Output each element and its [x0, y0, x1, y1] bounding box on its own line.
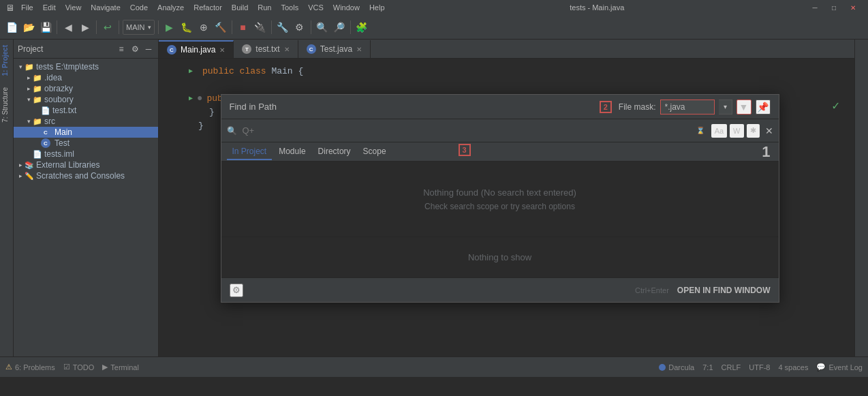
- menu-refactor[interactable]: Refactor: [189, 3, 226, 12]
- tree-expand-arrow: ▾: [25, 118, 33, 125]
- stop-button[interactable]: ■: [236, 20, 251, 35]
- problems-label: 6: Problems: [15, 363, 55, 371]
- right-panel: [854, 40, 868, 356]
- separator: [158, 20, 159, 34]
- terminal-status[interactable]: ▶ Terminal: [102, 363, 139, 371]
- menu-build[interactable]: Build: [228, 3, 252, 12]
- window-controls[interactable]: ─ □ ✕: [805, 0, 863, 15]
- tab-directory[interactable]: Directory: [313, 144, 356, 160]
- file-mask-dropdown-button[interactable]: ▾: [719, 100, 732, 115]
- menu-tools[interactable]: Tools: [277, 3, 303, 12]
- run-config-combo[interactable]: MAIN ▾: [123, 20, 155, 35]
- save-button[interactable]: 💾: [38, 20, 53, 35]
- tree-item-main[interactable]: C Main: [14, 127, 158, 138]
- dialog-tabs: In Project Module Directory Scope 3 1: [221, 142, 779, 162]
- tree-item-iml[interactable]: 📄 tests.iml: [14, 149, 158, 159]
- menu-window[interactable]: Window: [329, 3, 364, 12]
- tree-item-ext-libs[interactable]: ▸ 📚 External Libraries: [14, 159, 158, 170]
- sidebar-title: Project: [18, 44, 113, 54]
- tab-scope[interactable]: Scope: [358, 144, 392, 160]
- undo-button[interactable]: ↩: [100, 20, 115, 35]
- tree-expand-arrow: ▾: [25, 96, 33, 103]
- tree-item-tests[interactable]: ▾ 📁 tests E:\tmp\tests: [14, 61, 158, 72]
- tree-item-src[interactable]: ▾ 📁 src: [14, 116, 158, 127]
- iml-file-icon: 📄: [33, 149, 42, 159]
- plugins-button[interactable]: 🧩: [354, 20, 369, 35]
- tree-item-label: test.txt: [52, 106, 76, 115]
- problems-status[interactable]: ⚠ 6: Problems: [5, 363, 55, 371]
- menu-navigate[interactable]: Navigate: [87, 3, 124, 12]
- number-badge-1: 1: [762, 143, 770, 161]
- tree-item-idea[interactable]: ▸ 📁 .idea: [14, 72, 158, 83]
- back-button[interactable]: ◀: [61, 20, 76, 35]
- file-mask-input[interactable]: [660, 100, 715, 115]
- forward-button[interactable]: ▶: [78, 20, 93, 35]
- todo-icon: ☑: [63, 363, 70, 371]
- sidebar-collapse-icon[interactable]: ≡: [116, 44, 127, 55]
- project-icon: 📁: [25, 62, 34, 72]
- search-everywhere-button[interactable]: 🔍: [315, 20, 330, 35]
- menu-vcs[interactable]: VCS: [304, 3, 328, 12]
- txt-file-icon: 📄: [41, 106, 50, 115]
- warning-icon: ⚠: [5, 363, 12, 371]
- dialog-footer: ⚙ Ctrl+Enter OPEN IN FIND WINDOW: [221, 277, 779, 302]
- close-search-icon[interactable]: ✕: [765, 125, 773, 136]
- attach-debugger-button[interactable]: 🔌: [253, 20, 268, 35]
- sidebar-header: Project ≡ ⚙ ─: [14, 40, 158, 59]
- sidebar-gear-icon[interactable]: ⚙: [129, 44, 140, 55]
- open-button[interactable]: 📂: [21, 20, 36, 35]
- new-file-button[interactable]: 📄: [4, 20, 19, 35]
- menu-view[interactable]: View: [61, 3, 86, 12]
- app-icon: 🖥: [5, 3, 14, 13]
- tree-item-test[interactable]: C Test: [14, 138, 158, 149]
- regex-button[interactable]: ✱: [747, 124, 760, 138]
- tab-module[interactable]: Module: [273, 144, 311, 160]
- sdk-button[interactable]: ⚙: [292, 20, 307, 35]
- tab-in-project[interactable]: In Project: [227, 144, 273, 160]
- whole-word-button[interactable]: W: [730, 124, 743, 138]
- run-with-coverage-button[interactable]: ⊕: [196, 20, 211, 35]
- menu-help[interactable]: Help: [365, 3, 389, 12]
- structure-panel-label[interactable]: 7: Structure: [0, 82, 13, 128]
- tree-expand-arrow: ▸: [25, 74, 33, 81]
- search-button[interactable]: 🔎: [332, 20, 347, 35]
- close-button[interactable]: ✕: [843, 0, 863, 15]
- search-input[interactable]: [243, 125, 691, 136]
- todo-status[interactable]: ☑ TODO: [63, 363, 95, 371]
- folder-icon: 📁: [33, 84, 42, 93]
- minimize-button[interactable]: ─: [805, 0, 824, 15]
- dialog-settings-button[interactable]: ⚙: [230, 284, 243, 297]
- maximize-button[interactable]: □: [824, 0, 843, 15]
- tree-item-label: External Libraries: [36, 160, 99, 170]
- tree-item-test-txt[interactable]: 📄 test.txt: [14, 105, 158, 116]
- no-results-text: Nothing found (No search text entered): [423, 187, 576, 198]
- search-options: ⌛ Aa W ✱ ✕: [696, 124, 773, 138]
- settings-button[interactable]: 🔧: [275, 20, 290, 35]
- menu-analyze[interactable]: Analyze: [153, 3, 188, 12]
- tree-item-obrazky[interactable]: ▸ 📁 obrazky: [14, 83, 158, 94]
- separator: [96, 20, 97, 34]
- pin-button[interactable]: 📌: [756, 100, 771, 115]
- match-case-button[interactable]: Aa: [711, 124, 727, 138]
- tree-item-soubory[interactable]: ▾ 📁 soubory: [14, 94, 158, 105]
- filter-button[interactable]: ▼: [737, 100, 751, 115]
- menu-bar[interactable]: File Edit View Navigate Code Analyze Ref…: [17, 3, 389, 12]
- menu-edit[interactable]: Edit: [39, 3, 60, 12]
- dialog-title: Find in Path: [230, 102, 600, 112]
- tree-item-label: Scratches and Consoles: [36, 171, 125, 181]
- separator: [271, 20, 272, 34]
- menu-run[interactable]: Run: [253, 3, 275, 12]
- menu-file[interactable]: File: [17, 3, 37, 12]
- tree-item-scratches[interactable]: ▸ ✏️ Scratches and Consoles: [14, 170, 158, 181]
- tree-item-label: src: [44, 117, 55, 126]
- regex-hint: ⌛: [696, 127, 704, 134]
- menu-code[interactable]: Code: [126, 3, 152, 12]
- open-in-find-window-button[interactable]: OPEN IN FIND WINDOW: [677, 286, 771, 295]
- tree-item-label: obrazky: [44, 84, 73, 93]
- run-button[interactable]: ▶: [162, 20, 177, 35]
- project-panel-label[interactable]: 1: Project: [0, 40, 13, 82]
- build-button[interactable]: 🔨: [213, 20, 228, 35]
- debug-button[interactable]: 🐛: [179, 20, 194, 35]
- toolbar: 📄 📂 💾 ◀ ▶ ↩ MAIN ▾ ▶ 🐛 ⊕ 🔨 ■ 🔌 🔧 ⚙ 🔍 🔎 🧩: [0, 15, 868, 40]
- dialog-toolbar: 2 File mask: ▾ ▼ 📌: [600, 100, 771, 115]
